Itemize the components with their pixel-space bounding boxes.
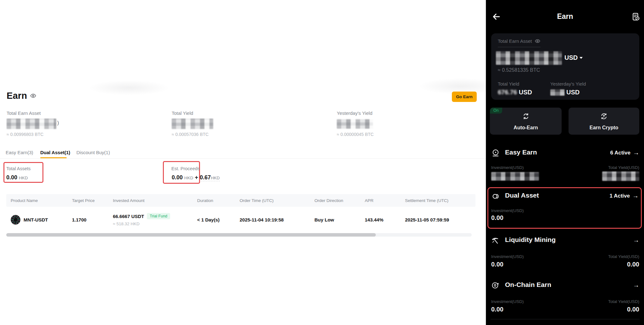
est-proceeds-unit: HKD [184,176,193,180]
trial-fund-badge: Trial Fund [147,213,170,219]
onchain-investment-value: 0.00 [491,306,503,313]
duration: < 1 Day(s) [197,217,240,222]
plus-sign: + [195,174,198,181]
target-price: 1.1700 [72,217,113,222]
col-apr: APR [365,198,405,203]
web-earn-page: Earn Go Earn Total Earn Asset ) ≈ 0.0099… [0,0,486,325]
col-product-name: Product Name [11,198,72,203]
tab-easy-earn[interactable]: Easy Earn(3) [6,150,33,155]
total-assets-amount: 0.00 [6,174,17,181]
yesterday-yield-label: Yesterday's Yield [337,110,372,116]
total-yield-value-redacted [172,119,213,129]
horizontal-scrollbar-track[interactable] [6,233,472,237]
easy-earn-status[interactable]: 6 Active → [610,149,639,156]
easy-yield-redacted [602,171,639,181]
arrow-right-icon: → [633,237,639,244]
total-earn-asset-label: Total Earn Asset [7,110,41,116]
card-total-yield-label: Total Yield [498,81,519,87]
screen: Earn Go Earn Total Earn Asset ) ≈ 0.0099… [0,0,644,325]
eye-icon[interactable] [30,92,36,99]
auto-earn-icon [490,112,562,122]
total-yield-amount-blurred: 676.76 [498,89,517,96]
est-proceeds-amount: 0.00 [172,174,183,181]
earn-crypto-label: Earn Crypto [569,125,639,131]
horizontal-scrollbar-thumb[interactable] [6,233,376,237]
earn-crypto-button[interactable]: Earn Crypto [569,108,639,135]
invested-amount: 66.6667 USDT [113,214,144,219]
total-earn-asset-card: Total Earn Asset USD ≈ 0.52581335 BTC To… [491,33,639,100]
dual-investment-label: Investment(USD) [491,208,524,213]
easy-yield-label: Total Yield(USD) [608,165,639,170]
currency-label: USD [564,54,578,61]
order-direction: Buy Low [314,217,365,222]
orders-table-header: Product Name Target Price Invested Amoun… [6,194,475,207]
onchain-yield-label: Total Yield(USD) [608,299,639,304]
earn-crypto-icon [569,112,639,122]
product-name: MNT-USDT [24,217,48,222]
total-assets-label: Total Assets [6,166,31,171]
bottom-divider [491,319,640,319]
liquidity-mining-title: Liquidity Mining [505,236,556,244]
currency-selector[interactable]: USD [564,54,583,61]
go-earn-button[interactable]: Go Earn [452,92,477,102]
total-earn-asset-value-redacted [7,119,56,129]
settlement-time: 2025-11-05 07:59:59 [405,217,480,222]
order-history-icon[interactable] [631,12,641,23]
easy-earn-active-count: 6 Active [610,150,630,156]
tab-dual-asset[interactable]: Dual Asset(1) [40,150,70,155]
col-duration: Duration [197,198,240,203]
yesterday-yield-value-redacted [337,119,373,129]
liquidity-investment-label: Investment(USD) [491,254,524,259]
est-proceeds-value: 0.00 HKD + 0.67HKD [172,174,220,181]
card-yesterday-yield-value: USD [550,89,580,96]
liquidity-mining-arrow[interactable]: → [633,237,639,244]
dual-investment-value: 0.00 [491,214,503,221]
section-easy-earn[interactable]: Easy Earn 6 Active → Investment(USD) Tot… [486,146,644,186]
bonus-proceeds[interactable]: 0.67HKD [200,174,220,181]
liquidity-investment-value: 0.00 [491,261,503,268]
easy-investment-label: Investment(USD) [491,165,524,170]
card-label: Total Earn Asset [498,38,532,44]
order-time: 2025-11-04 10:19:58 [240,217,314,222]
liquidity-yield-label: Total Yield(USD) [608,254,639,259]
onchain-earn-icon [491,281,500,291]
total-yield-label: Total Yield [172,110,193,116]
card-total-yield-value: 676.76 USD [498,89,532,96]
onchain-earn-arrow[interactable]: → [633,282,639,289]
card-yesterday-yield-label: Yesterday's Yield [550,81,586,87]
auto-earn-button[interactable]: On Auto-Earn [490,108,562,135]
easy-earn-icon [491,148,500,159]
screen-title: Earn [486,12,644,21]
dual-asset-status[interactable]: 1 Active → [609,192,639,199]
card-label-row: Total Earn Asset [498,38,541,47]
table-row[interactable]: MNT-USDT 1.1700 66.6667 USDT Trial Fund … [6,206,475,233]
dual-asset-title: Dual Asset [505,192,539,199]
arrow-right-icon: → [633,149,639,156]
tabs-divider [0,158,486,159]
liquidity-mining-icon [491,236,500,246]
page-title-text: Earn [7,91,27,101]
eye-icon[interactable] [535,38,541,44]
total-assets-unit: HKD [19,176,28,180]
total-assets-value: 0.00 HKD [6,174,28,181]
total-yield-approx: ≈ 0.00057036 BTC [172,132,208,137]
redacted-paren: ) [57,120,59,126]
invested-cell: 66.6667 USDT Trial Fund ≈ 518.32 HKD [113,213,197,226]
yesterday-amount-redacted [550,89,565,96]
liquidity-yield-value: 0.00 [627,261,639,268]
bonus-amount: 0.67 [200,174,211,181]
col-settlement-time: Settlement Time (UTC) [405,198,480,203]
onchain-yield-value: 0.00 [627,306,639,313]
tab-discount-buy[interactable]: Discount Buy(1) [76,150,110,155]
dual-asset-active-count: 1 Active [609,193,630,199]
yesterday-yield-approx: ≈ 0.00000045 BTC [337,132,374,137]
section-liquidity-mining[interactable]: Liquidity Mining → Investment(USD) Total… [486,234,644,272]
arrow-right-icon: → [632,192,639,199]
mnt-coin-icon [11,215,20,225]
section-onchain-earn[interactable]: On-Chain Earn → Investment(USD) Total Yi… [486,279,644,318]
dual-asset-icon [491,192,500,202]
section-dual-asset[interactable]: Dual Asset 1 Active → Investment(USD) 0.… [486,190,644,227]
bonus-unit: HKD [211,176,220,180]
col-order-time: Order Time (UTC) [240,198,314,203]
easy-investment-redacted [491,172,539,181]
